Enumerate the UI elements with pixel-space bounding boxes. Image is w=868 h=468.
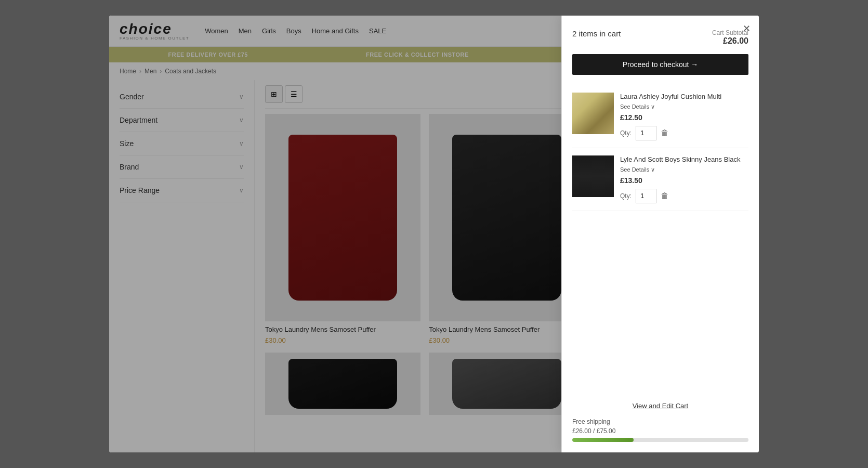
cart-item-price: £12.50 xyxy=(620,113,748,122)
cart-item-see-details[interactable]: See Details ∨ xyxy=(620,103,748,110)
cart-item-image xyxy=(572,155,614,197)
cart-item-qty: Qty: 🗑 xyxy=(620,126,748,140)
free-shipping-progress-bar xyxy=(572,438,748,442)
qty-label: Qty: xyxy=(620,129,632,137)
delete-item-button[interactable]: 🗑 xyxy=(661,128,669,138)
cart-items-count: 2 items in cart xyxy=(572,29,621,38)
cart-item-name: Lyle And Scott Boys Skinny Jeans Black xyxy=(620,155,748,164)
cart-item-details: Laura Ashley Joyful Cushion Multi See De… xyxy=(620,93,748,140)
overlay[interactable] xyxy=(109,16,561,452)
cart-item-details: Lyle And Scott Boys Skinny Jeans Black S… xyxy=(620,155,748,203)
cart-item: Lyle And Scott Boys Skinny Jeans Black S… xyxy=(572,148,748,211)
cushion-image xyxy=(572,93,614,134)
cart-item-see-details[interactable]: See Details ∨ xyxy=(620,166,748,173)
cart-subtotal-value: £26.00 xyxy=(712,36,748,46)
free-shipping-amounts: £26.00 / £75.00 xyxy=(572,427,748,435)
cart-items-list: Laura Ashley Joyful Cushion Multi See De… xyxy=(572,85,748,395)
view-edit-cart-link[interactable]: View and Edit Cart xyxy=(572,402,748,410)
qty-input[interactable] xyxy=(636,126,656,140)
free-shipping-label: Free shipping xyxy=(572,418,748,425)
qty-input[interactable] xyxy=(636,189,656,203)
checkout-label: Proceed to checkout → xyxy=(623,60,699,69)
checkout-button[interactable]: Proceed to checkout → xyxy=(572,54,748,75)
cart-item-price: £13.50 xyxy=(620,176,748,185)
cart-item-qty: Qty: 🗑 xyxy=(620,189,748,203)
cart-header: 2 items in cart Cart Subtotal £26.00 xyxy=(572,29,748,46)
progress-bar-fill xyxy=(572,438,634,442)
chevron-down-icon: ∨ xyxy=(651,166,655,173)
cart-close-button[interactable]: ✕ xyxy=(743,23,751,34)
cart-item-image xyxy=(572,93,614,134)
jeans-image xyxy=(572,155,614,197)
cart-footer: View and Edit Cart Free shipping £26.00 … xyxy=(572,395,748,442)
delete-item-button[interactable]: 🗑 xyxy=(661,191,669,201)
qty-label: Qty: xyxy=(620,192,632,200)
cart-item-name: Laura Ashley Joyful Cushion Multi xyxy=(620,93,748,101)
chevron-down-icon: ∨ xyxy=(651,103,655,110)
cart-item: Laura Ashley Joyful Cushion Multi See De… xyxy=(572,85,748,148)
cart-panel: ✕ 2 items in cart Cart Subtotal £26.00 P… xyxy=(561,16,759,452)
